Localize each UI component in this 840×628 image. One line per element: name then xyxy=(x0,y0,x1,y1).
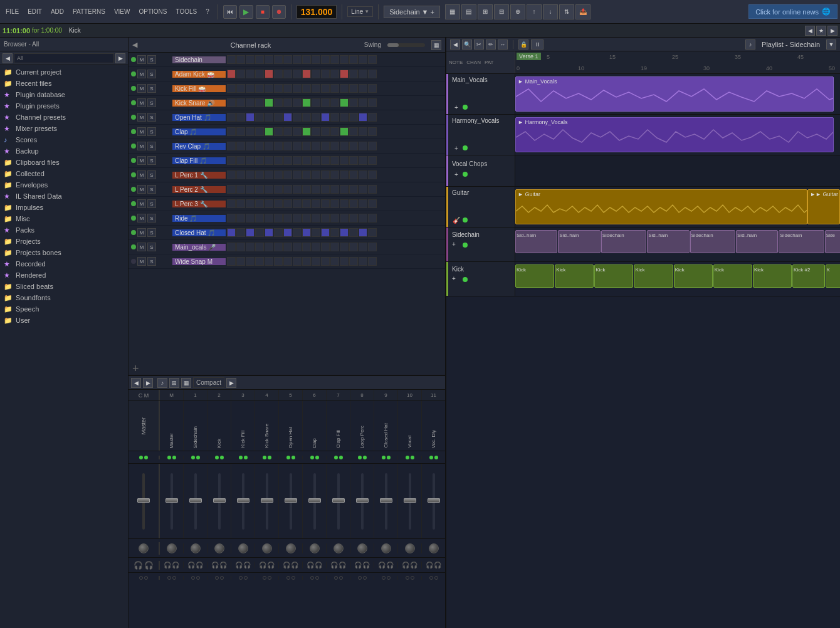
pad[interactable] xyxy=(340,199,349,208)
pad[interactable] xyxy=(283,185,292,194)
pad[interactable] xyxy=(293,199,302,208)
pad[interactable] xyxy=(246,113,255,122)
track-content[interactable]: Kick Kick Kick Kick Kick Kick Kick Kick … xyxy=(515,262,840,296)
pad[interactable] xyxy=(293,156,302,165)
kick-clip[interactable]: Kick xyxy=(555,264,594,288)
pad[interactable] xyxy=(349,156,358,165)
pad[interactable] xyxy=(359,113,367,122)
pad[interactable] xyxy=(236,170,245,179)
track-vol-icon[interactable]: + xyxy=(452,170,461,179)
pad[interactable] xyxy=(340,243,349,251)
mixer-ch-name[interactable]: Sidechain xyxy=(184,401,207,451)
playlist-move[interactable]: ↔ xyxy=(498,39,508,50)
pad[interactable] xyxy=(349,84,358,93)
record-button[interactable]: ⏺ xyxy=(272,5,286,19)
channel-name[interactable]: Rev Clap 🎵 xyxy=(172,143,226,150)
track-active-dot[interactable] xyxy=(463,217,468,222)
view-btn-4[interactable]: ⊟ xyxy=(494,4,509,19)
pad[interactable] xyxy=(321,214,330,222)
kick-clip[interactable]: Kick xyxy=(753,264,792,288)
pad[interactable] xyxy=(368,113,377,122)
pad[interactable] xyxy=(255,156,264,165)
playlist-pencil[interactable]: ✏ xyxy=(486,39,496,50)
pad[interactable] xyxy=(227,70,236,78)
channel-name[interactable]: L Perc 1 🔧 xyxy=(172,172,226,179)
pad[interactable] xyxy=(283,156,292,165)
playlist-clip-2[interactable]: ►► Guitar xyxy=(807,189,840,224)
pad[interactable] xyxy=(359,70,367,78)
pad[interactable] xyxy=(265,243,273,251)
track-vol-icon[interactable]: + xyxy=(452,241,461,249)
pad[interactable] xyxy=(349,127,358,136)
fader-thumb[interactable] xyxy=(332,498,345,503)
pad[interactable] xyxy=(246,170,255,179)
channel-mute-btn[interactable]: M xyxy=(137,257,146,266)
pad[interactable] xyxy=(340,170,349,179)
channel-active-dot[interactable] xyxy=(131,57,136,62)
channel-name[interactable]: Ride 🎵 xyxy=(172,215,226,222)
channel-mute-btn[interactable]: M xyxy=(137,55,146,64)
pad[interactable] xyxy=(274,113,283,122)
pad[interactable] xyxy=(283,127,292,136)
play-button[interactable]: ▶ xyxy=(239,5,253,19)
pad[interactable] xyxy=(293,127,302,136)
menu-file[interactable]: FILE xyxy=(3,7,22,16)
mixer-ch-fader[interactable] xyxy=(422,464,445,538)
channel-solo-btn[interactable]: S xyxy=(147,170,156,179)
channel-active-dot[interactable] xyxy=(131,187,136,192)
menu-help[interactable]: ? xyxy=(202,7,213,16)
pad[interactable] xyxy=(340,185,349,194)
view-btn-3[interactable]: ⊞ xyxy=(478,4,493,19)
channel-solo-btn[interactable]: S xyxy=(147,199,156,208)
sidebar-item-projects-bones[interactable]: 📁 Projects bones xyxy=(0,247,128,258)
mixer-ch-name[interactable]: Voc. Dly xyxy=(422,401,445,451)
pad[interactable] xyxy=(227,243,236,251)
pad[interactable] xyxy=(330,70,339,78)
pad[interactable] xyxy=(340,113,349,122)
mixer-ch-fader[interactable] xyxy=(231,464,255,538)
pad[interactable] xyxy=(274,199,283,208)
sidebar-item-sliced-beats[interactable]: 📁 Sliced beats xyxy=(0,281,128,292)
pad[interactable] xyxy=(312,55,320,64)
playlist-select[interactable]: ✂ xyxy=(474,39,484,50)
channel-active-dot[interactable] xyxy=(131,144,136,149)
rewind-button[interactable]: ⏮ xyxy=(223,5,237,19)
pad[interactable] xyxy=(340,55,349,64)
pad[interactable] xyxy=(349,113,358,122)
track-guitar-icon[interactable]: 🎸 xyxy=(452,216,461,224)
pad[interactable] xyxy=(368,127,377,136)
channel-name[interactable]: L Perc 3 🔧 xyxy=(172,201,226,207)
pad[interactable] xyxy=(330,55,339,64)
pad[interactable] xyxy=(349,185,358,194)
pad[interactable] xyxy=(255,98,264,107)
channel-mute-btn[interactable]: M xyxy=(137,170,146,179)
sidebar-item-envelopes[interactable]: 📁 Envelopes xyxy=(0,179,128,191)
pad[interactable] xyxy=(321,98,330,107)
swing-slider[interactable] xyxy=(387,43,425,47)
pad[interactable] xyxy=(255,214,264,222)
fader-thumb[interactable] xyxy=(261,498,273,503)
pad[interactable] xyxy=(349,55,358,64)
kick-clip[interactable]: Kick xyxy=(594,264,633,288)
pad[interactable] xyxy=(368,98,377,107)
pad[interactable] xyxy=(274,257,283,266)
pad[interactable] xyxy=(255,127,264,136)
pad[interactable] xyxy=(312,156,320,165)
pad[interactable] xyxy=(359,185,367,194)
pad[interactable] xyxy=(349,98,358,107)
pad[interactable] xyxy=(274,170,283,179)
pad[interactable] xyxy=(321,199,330,208)
pad[interactable] xyxy=(283,84,292,93)
channel-solo-btn[interactable]: S xyxy=(147,55,156,64)
fader-thumb[interactable] xyxy=(404,498,416,503)
channel-mute-btn[interactable]: M xyxy=(137,243,146,251)
sidebar-item-packs[interactable]: ★ Packs xyxy=(0,224,128,236)
pad[interactable] xyxy=(283,113,292,122)
stop-button[interactable]: ■ xyxy=(256,5,270,19)
view-btn-5[interactable]: ⊕ xyxy=(510,4,525,19)
sidebar-item-mixer-presets[interactable]: ★ Mixer presets xyxy=(0,123,128,134)
channel-mute-btn[interactable]: M xyxy=(137,185,146,194)
track-active-dot[interactable] xyxy=(463,172,468,177)
track-active-dot[interactable] xyxy=(463,145,468,150)
pad[interactable] xyxy=(340,228,349,237)
